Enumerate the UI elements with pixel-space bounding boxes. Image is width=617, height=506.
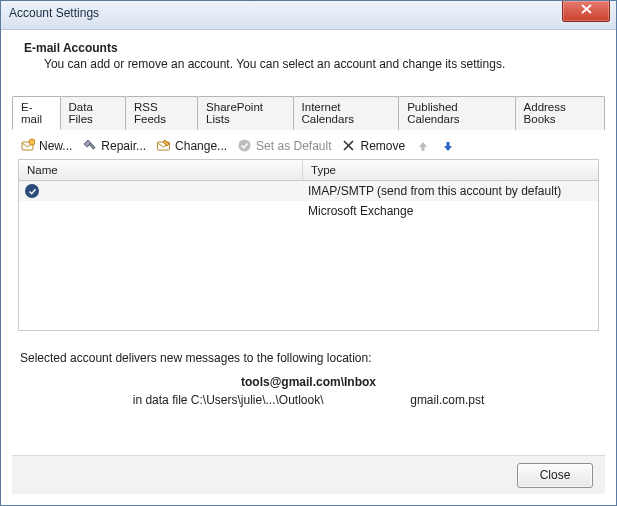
column-type[interactable]: Type xyxy=(303,160,598,180)
remove-icon xyxy=(341,138,356,153)
repair-account-button[interactable]: Repair... xyxy=(82,138,146,153)
dialog-footer: Close xyxy=(12,455,605,494)
account-row[interactable]: IMAP/SMTP (send from this account by def… xyxy=(19,181,598,201)
close-window-button[interactable] xyxy=(562,1,610,22)
close-button[interactable]: Close xyxy=(517,463,593,488)
tab-published-calendars[interactable]: Published Calendars xyxy=(398,96,515,130)
dialog-body: E-mail Accounts You can add or remove an… xyxy=(6,31,611,500)
column-name[interactable]: Name xyxy=(19,160,303,180)
tab-sharepoint-lists[interactable]: SharePoint Lists xyxy=(197,96,293,130)
tab-label: Data Files xyxy=(69,101,93,125)
account-type: IMAP/SMTP (send from this account by def… xyxy=(300,184,598,198)
remove-label: Remove xyxy=(360,139,405,153)
account-settings-window: Account Settings E-mail Accounts You can… xyxy=(0,0,617,506)
list-header: Name Type xyxy=(19,160,598,181)
svg-point-1 xyxy=(29,139,35,145)
header-subtitle: You can add or remove an account. You ca… xyxy=(44,57,599,71)
remove-account-button[interactable]: Remove xyxy=(341,138,405,153)
close-button-label: Close xyxy=(540,468,571,482)
delivery-path: in data file C:\Users\julie\...\Outlook\… xyxy=(20,393,597,407)
delivery-info: Selected account delivers new messages t… xyxy=(20,351,597,407)
change-label: Change... xyxy=(175,139,227,153)
change-icon xyxy=(156,138,171,153)
window-title: Account Settings xyxy=(9,6,99,20)
set-default-label: Set as Default xyxy=(256,139,331,153)
tab-label: E-mail xyxy=(21,101,42,125)
tab-label: RSS Feeds xyxy=(134,101,166,125)
delivery-intro: Selected account delivers new messages t… xyxy=(20,351,597,365)
check-circle-icon xyxy=(237,138,252,153)
close-icon xyxy=(581,4,592,14)
account-row[interactable]: Microsoft Exchange xyxy=(19,201,598,221)
repair-icon xyxy=(82,138,97,153)
new-account-button[interactable]: New... xyxy=(20,138,72,153)
move-down-button[interactable] xyxy=(440,138,455,153)
new-label: New... xyxy=(39,139,72,153)
repair-label: Repair... xyxy=(101,139,146,153)
default-account-icon xyxy=(25,184,39,198)
move-up-button xyxy=(415,138,430,153)
tab-label: Internet Calendars xyxy=(302,101,354,125)
tab-label: Published Calendars xyxy=(407,101,459,125)
tab-data-files[interactable]: Data Files xyxy=(60,96,127,130)
column-name-label: Name xyxy=(27,164,58,176)
tab-address-books[interactable]: Address Books xyxy=(515,96,605,130)
tab-email[interactable]: E-mail xyxy=(12,96,61,130)
change-account-button[interactable]: Change... xyxy=(156,138,227,153)
svg-point-4 xyxy=(239,140,251,152)
arrow-down-icon xyxy=(440,138,455,153)
delivery-path-prefix: in data file C:\Users\julie\...\Outlook\ xyxy=(133,393,324,407)
column-type-label: Type xyxy=(311,164,336,176)
tab-strip: E-mail Data Files RSS Feeds SharePoint L… xyxy=(12,89,605,130)
account-type: Microsoft Exchange xyxy=(300,204,598,218)
set-default-button: Set as Default xyxy=(237,138,331,153)
toolbar: New... Repair... Change... Set as Defaul… xyxy=(6,130,611,159)
svg-rect-2 xyxy=(90,143,96,149)
titlebar: Account Settings xyxy=(1,1,616,30)
delivery-path-suffix: gmail.com.pst xyxy=(410,393,484,407)
accounts-list: Name Type IMAP/SMTP (send from this acco… xyxy=(18,159,599,331)
tab-internet-calendars[interactable]: Internet Calendars xyxy=(293,96,400,130)
tab-rss-feeds[interactable]: RSS Feeds xyxy=(125,96,198,130)
arrow-up-icon xyxy=(415,138,430,153)
header-title: E-mail Accounts xyxy=(24,41,599,55)
header-block: E-mail Accounts You can add or remove an… xyxy=(6,31,611,89)
tab-label: Address Books xyxy=(524,101,566,125)
tab-label: SharePoint Lists xyxy=(206,101,263,125)
new-icon xyxy=(20,138,35,153)
delivery-target: tools@gmail.com\Inbox xyxy=(20,375,597,389)
